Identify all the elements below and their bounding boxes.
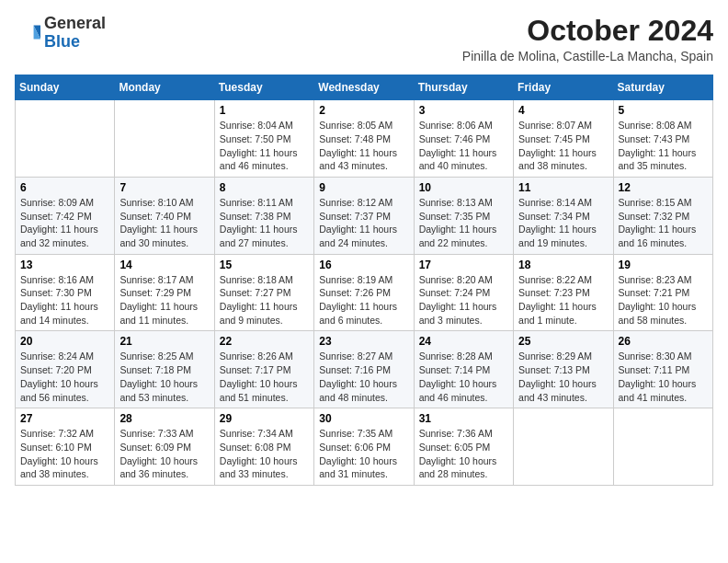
day-number: 23 — [319, 335, 408, 348]
calendar-cell — [514, 408, 613, 486]
day-info: Sunrise: 8:20 AM Sunset: 7:24 PM Dayligh… — [419, 273, 508, 327]
day-info: Sunrise: 8:05 AM Sunset: 7:48 PM Dayligh… — [319, 119, 408, 173]
calendar-cell — [115, 100, 214, 178]
calendar-cell: 16Sunrise: 8:19 AM Sunset: 7:26 PM Dayli… — [314, 254, 414, 331]
calendar-cell: 3Sunrise: 8:06 AM Sunset: 7:46 PM Daylig… — [414, 100, 513, 178]
calendar-cell: 23Sunrise: 8:27 AM Sunset: 7:16 PM Dayli… — [314, 331, 414, 408]
day-info: Sunrise: 8:30 AM Sunset: 7:11 PM Dayligh… — [619, 350, 708, 404]
logo-icon — [15, 20, 40, 46]
day-info: Sunrise: 8:11 AM Sunset: 7:38 PM Dayligh… — [220, 196, 309, 250]
calendar-cell: 12Sunrise: 8:15 AM Sunset: 7:32 PM Dayli… — [613, 177, 712, 254]
day-number: 22 — [220, 335, 309, 348]
calendar-cell: 11Sunrise: 8:14 AM Sunset: 7:34 PM Dayli… — [514, 177, 613, 254]
day-info: Sunrise: 8:09 AM Sunset: 7:42 PM Dayligh… — [20, 196, 109, 250]
day-info: Sunrise: 8:23 AM Sunset: 7:21 PM Dayligh… — [619, 273, 708, 327]
calendar-cell: 22Sunrise: 8:26 AM Sunset: 7:17 PM Dayli… — [214, 331, 313, 408]
calendar-cell: 19Sunrise: 8:23 AM Sunset: 7:21 PM Dayli… — [613, 254, 712, 331]
day-number: 8 — [220, 181, 309, 194]
day-number: 3 — [419, 104, 508, 117]
calendar-cell: 17Sunrise: 8:20 AM Sunset: 7:24 PM Dayli… — [414, 254, 513, 331]
day-info: Sunrise: 8:24 AM Sunset: 7:20 PM Dayligh… — [20, 350, 109, 404]
calendar-cell: 8Sunrise: 8:11 AM Sunset: 7:38 PM Daylig… — [214, 177, 313, 254]
calendar-cell: 26Sunrise: 8:30 AM Sunset: 7:11 PM Dayli… — [613, 331, 712, 408]
logo: General Blue — [15, 15, 106, 52]
day-info: Sunrise: 8:04 AM Sunset: 7:50 PM Dayligh… — [220, 119, 309, 173]
day-number: 25 — [518, 335, 608, 348]
day-number: 15 — [220, 259, 309, 271]
day-number: 12 — [619, 181, 708, 194]
day-number: 18 — [518, 259, 608, 271]
day-number: 2 — [319, 104, 408, 117]
weekday-header-wednesday: Wednesday — [314, 75, 414, 100]
calendar-cell: 7Sunrise: 8:10 AM Sunset: 7:40 PM Daylig… — [115, 177, 214, 254]
day-number: 4 — [518, 104, 608, 117]
logo-text: General Blue — [44, 15, 106, 52]
calendar-cell: 4Sunrise: 8:07 AM Sunset: 7:45 PM Daylig… — [514, 100, 613, 178]
day-info: Sunrise: 8:10 AM Sunset: 7:40 PM Dayligh… — [119, 196, 209, 250]
day-info: Sunrise: 8:14 AM Sunset: 7:34 PM Dayligh… — [518, 196, 608, 250]
day-number: 10 — [419, 181, 508, 194]
weekday-header-row: SundayMondayTuesdayWednesdayThursdayFrid… — [16, 75, 713, 100]
logo-blue: Blue — [44, 32, 80, 51]
day-number: 30 — [319, 412, 408, 425]
day-number: 17 — [419, 259, 508, 271]
logo-general: General — [44, 14, 106, 32]
day-number: 24 — [419, 335, 508, 348]
day-info: Sunrise: 8:13 AM Sunset: 7:35 PM Dayligh… — [419, 196, 508, 250]
day-number: 16 — [319, 259, 408, 271]
calendar-cell: 13Sunrise: 8:16 AM Sunset: 7:30 PM Dayli… — [16, 254, 115, 331]
calendar-cell: 25Sunrise: 8:29 AM Sunset: 7:13 PM Dayli… — [514, 331, 613, 408]
calendar-cell: 24Sunrise: 8:28 AM Sunset: 7:14 PM Dayli… — [414, 331, 513, 408]
day-number: 19 — [619, 259, 708, 271]
calendar-cell: 20Sunrise: 8:24 AM Sunset: 7:20 PM Dayli… — [16, 331, 115, 408]
day-info: Sunrise: 8:06 AM Sunset: 7:46 PM Dayligh… — [419, 119, 508, 173]
calendar-cell: 6Sunrise: 8:09 AM Sunset: 7:42 PM Daylig… — [16, 177, 115, 254]
weekday-header-tuesday: Tuesday — [214, 75, 313, 100]
day-number: 29 — [220, 412, 309, 425]
day-info: Sunrise: 8:17 AM Sunset: 7:29 PM Dayligh… — [119, 273, 209, 327]
day-info: Sunrise: 7:33 AM Sunset: 6:09 PM Dayligh… — [119, 427, 209, 481]
calendar-week-3: 13Sunrise: 8:16 AM Sunset: 7:30 PM Dayli… — [16, 254, 713, 331]
calendar-cell: 5Sunrise: 8:08 AM Sunset: 7:43 PM Daylig… — [613, 100, 712, 178]
calendar-cell: 9Sunrise: 8:12 AM Sunset: 7:37 PM Daylig… — [314, 177, 414, 254]
calendar-cell: 27Sunrise: 7:32 AM Sunset: 6:10 PM Dayli… — [16, 408, 115, 486]
day-info: Sunrise: 8:07 AM Sunset: 7:45 PM Dayligh… — [518, 119, 608, 173]
day-info: Sunrise: 8:15 AM Sunset: 7:32 PM Dayligh… — [619, 196, 708, 250]
calendar-table: SundayMondayTuesdayWednesdayThursdayFrid… — [15, 75, 713, 486]
day-info: Sunrise: 8:27 AM Sunset: 7:16 PM Dayligh… — [319, 350, 408, 404]
calendar-cell: 28Sunrise: 7:33 AM Sunset: 6:09 PM Dayli… — [115, 408, 214, 486]
calendar-week-2: 6Sunrise: 8:09 AM Sunset: 7:42 PM Daylig… — [16, 177, 713, 254]
calendar-cell: 1Sunrise: 8:04 AM Sunset: 7:50 PM Daylig… — [214, 100, 313, 178]
day-info: Sunrise: 8:16 AM Sunset: 7:30 PM Dayligh… — [20, 273, 109, 327]
location: Pinilla de Molina, Castille-La Mancha, S… — [462, 49, 713, 63]
weekday-header-saturday: Saturday — [613, 75, 712, 100]
day-number: 31 — [419, 412, 508, 425]
day-number: 6 — [20, 181, 109, 194]
day-info: Sunrise: 8:28 AM Sunset: 7:14 PM Dayligh… — [419, 350, 508, 404]
day-info: Sunrise: 7:34 AM Sunset: 6:08 PM Dayligh… — [220, 427, 309, 481]
day-info: Sunrise: 8:08 AM Sunset: 7:43 PM Dayligh… — [619, 119, 708, 173]
day-info: Sunrise: 8:18 AM Sunset: 7:27 PM Dayligh… — [220, 273, 309, 327]
day-info: Sunrise: 7:35 AM Sunset: 6:06 PM Dayligh… — [319, 427, 408, 481]
calendar-week-5: 27Sunrise: 7:32 AM Sunset: 6:10 PM Dayli… — [16, 408, 713, 486]
day-info: Sunrise: 7:32 AM Sunset: 6:10 PM Dayligh… — [20, 427, 109, 481]
day-info: Sunrise: 7:36 AM Sunset: 6:05 PM Dayligh… — [419, 427, 508, 481]
day-number: 5 — [619, 104, 708, 117]
calendar-cell: 2Sunrise: 8:05 AM Sunset: 7:48 PM Daylig… — [314, 100, 414, 178]
calendar-cell: 10Sunrise: 8:13 AM Sunset: 7:35 PM Dayli… — [414, 177, 513, 254]
day-number: 7 — [119, 181, 209, 194]
day-number: 26 — [619, 335, 708, 348]
weekday-header-monday: Monday — [115, 75, 214, 100]
calendar-cell — [613, 408, 712, 486]
day-info: Sunrise: 8:19 AM Sunset: 7:26 PM Dayligh… — [319, 273, 408, 327]
weekday-header-thursday: Thursday — [414, 75, 513, 100]
calendar-cell: 29Sunrise: 7:34 AM Sunset: 6:08 PM Dayli… — [214, 408, 313, 486]
day-info: Sunrise: 8:26 AM Sunset: 7:17 PM Dayligh… — [220, 350, 309, 404]
month-title: October 2024 — [462, 15, 713, 47]
weekday-header-friday: Friday — [514, 75, 613, 100]
calendar-cell: 15Sunrise: 8:18 AM Sunset: 7:27 PM Dayli… — [214, 254, 313, 331]
day-info: Sunrise: 8:29 AM Sunset: 7:13 PM Dayligh… — [518, 350, 608, 404]
day-number: 13 — [20, 259, 109, 271]
day-number: 20 — [20, 335, 109, 348]
day-number: 27 — [20, 412, 109, 425]
